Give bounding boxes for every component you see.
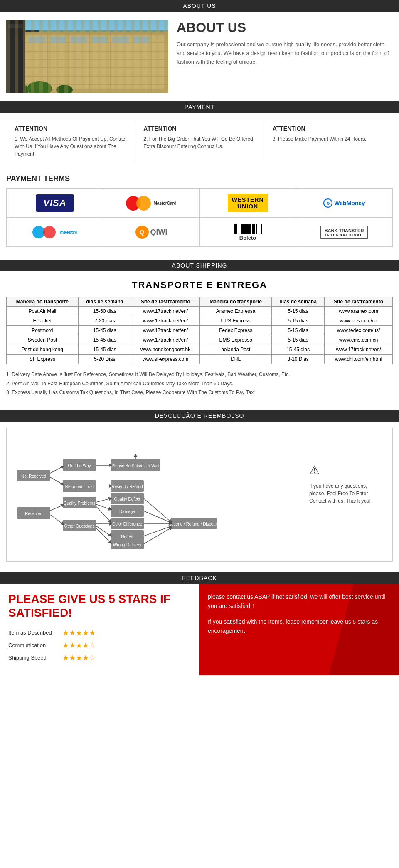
svg-rect-26 [6, 20, 168, 30]
feedback-right-text1: please contact us ASAP if not satisfied,… [208, 592, 391, 611]
svg-rect-21 [112, 37, 129, 43]
feedback-left: PLEASE GIVE US 5 STARS IF SATISFIED! Ite… [0, 584, 200, 675]
svg-line-62 [50, 505, 63, 511]
rating-label-1: Item as Described [8, 630, 58, 636]
payment-mastercard: MasterCard [103, 188, 200, 218]
rating-row-2: Communication ★★★★☆ [8, 641, 191, 650]
svg-text:Quality Defect: Quality Defect [114, 497, 140, 501]
svg-rect-19 [71, 37, 87, 43]
payment-visa: VISA [7, 188, 103, 218]
shipping-header: ABOUT SHIPPING [0, 260, 399, 271]
maestro-red-circle [43, 226, 56, 238]
payment-terms-title: PAYMENT TERMS [6, 174, 393, 183]
svg-text:Not Fit: Not Fit [121, 534, 133, 539]
rating-stars-1: ★★★★★ [62, 628, 96, 637]
about-us-image [6, 20, 168, 93]
svg-rect-28 [8, 24, 23, 28]
maestro-text: maestro [60, 230, 78, 235]
rating-row-1: Item as Described ★★★★★ [8, 628, 191, 637]
th-maneira-1: Maneira do transporte [7, 297, 79, 307]
th-maneira-2: Maneira do transporte [200, 297, 272, 307]
svg-rect-0 [6, 20, 168, 93]
attention-title-1: ATTENTION [15, 125, 126, 132]
mastercard-logo: MasterCard [126, 196, 176, 211]
svg-point-25 [56, 85, 73, 93]
flow-note: ⚠ If you have any questions, please. Fee… [309, 436, 384, 505]
svg-line-71 [144, 511, 171, 523]
svg-point-24 [27, 81, 52, 93]
mc-orange-circle [136, 196, 151, 211]
payment-maestro: maestro [7, 218, 103, 247]
svg-line-67 [96, 526, 111, 536]
flow-chart-svg: Not Received On The Way Please Be Patien… [15, 436, 219, 549]
svg-rect-18 [50, 37, 66, 43]
shipping-table: Maneira do transporte dias de semana Sit… [6, 297, 393, 364]
qiwi-text: QIWI [150, 228, 167, 237]
payment-bank-transfer: BANK TRANSFERINTERNATIONAL [296, 218, 392, 247]
svg-text:Damage: Damage [119, 509, 135, 514]
payment-grid: VISA MasterCard WESTERNUNION ⊕ WebMoney [6, 188, 393, 247]
svg-text:Not Received: Not Received [21, 474, 46, 479]
boleto-logo: Boleto [234, 224, 262, 241]
rating-stars-3: ★★★★☆ [62, 653, 96, 662]
svg-line-74 [144, 528, 171, 544]
svg-rect-20 [91, 37, 108, 43]
svg-text:Returned / Lost: Returned / Lost [65, 484, 94, 489]
svg-point-23 [8, 84, 29, 93]
svg-rect-27 [6, 20, 25, 93]
qiwi-icon: Q [135, 226, 149, 239]
svg-rect-3 [10, 35, 164, 89]
table-row: EPacket7-20 diaswww.17track.net/en/UPS E… [7, 316, 393, 326]
svg-rect-2 [6, 32, 168, 93]
attention-text-2: 2. For The Big Order That You Will Go Be… [143, 135, 255, 150]
svg-line-64 [96, 498, 111, 502]
bank-transfer-logo: BANK TRANSFERINTERNATIONAL [320, 226, 368, 239]
visa-logo: VISA [36, 194, 74, 212]
th-site-1: Site de rastreamento [131, 297, 200, 307]
svg-text:Received: Received [25, 511, 42, 516]
svg-rect-1 [6, 28, 39, 93]
attention-box-1: ATTENTION 1. We Accept All Methods Of Pa… [6, 121, 135, 162]
devolucao-diagram: Not Received On The Way Please Be Patien… [6, 428, 393, 562]
svg-text:Please Be Patient To Wait: Please Be Patient To Wait [111, 464, 159, 468]
about-us-description: Our company is professional and we pursu… [177, 40, 393, 66]
table-row: SF Express5-20 Diaswww.sf-express.comDHL… [7, 355, 393, 364]
flow-note-text: If you have any questions, please. Feel … [309, 483, 371, 504]
attention-box-3: ATTENTION 3. Please Make Payment Within … [264, 121, 393, 162]
feedback-header: FEEDBACK [0, 572, 399, 584]
western-union-logo: WESTERNUNION [228, 194, 268, 212]
webmoney-text: WebMoney [334, 200, 365, 206]
svg-line-63 [50, 515, 63, 524]
payment-western-union: WESTERNUNION [200, 188, 296, 218]
shipping-notes: 1. Delivery Date Above Is Just For Refer… [6, 370, 393, 397]
shipping-title: TRANSPORTE E ENTREGA [6, 280, 393, 290]
svg-text:Quality Problems: Quality Problems [64, 501, 95, 506]
attention-text-3: 3. Please Make Payment Within 24 Hours. [273, 135, 384, 143]
svg-line-70 [144, 498, 171, 522]
th-dias-1: dias de semana [78, 297, 131, 307]
rating-label-3: Shipping Speed [8, 655, 58, 661]
svg-line-58 [50, 477, 63, 484]
payment-boleto: Boleto [200, 218, 296, 247]
feedback-right-text2: If you satisfied with the Items, lease r… [208, 617, 391, 636]
svg-text:Resend / Refund: Resend / Refund [111, 484, 143, 489]
attention-title-3: ATTENTION [273, 125, 384, 132]
attention-box-2: ATTENTION 2. For The Big Order That You … [135, 121, 264, 162]
about-us-title: ABOUT US [177, 20, 393, 35]
th-dias-2: dias de semana [272, 297, 325, 307]
payment-attention-section: ATTENTION 1. We Accept All Methods Of Pa… [0, 113, 399, 170]
attention-text-1: 1. We Accept All Methods Of Payment Up. … [15, 135, 126, 158]
devolucao-section: Not Received On The Way Please Be Patien… [0, 422, 399, 568]
table-row: Sweden Post15-45 diaswww.17track.net/en/… [7, 335, 393, 345]
rating-label-2: Communication [8, 642, 58, 648]
qiwi-logo: Q QIWI [135, 226, 167, 239]
th-site-2: Site de rastreamento [325, 297, 393, 307]
feedback-content: PLEASE GIVE US 5 STARS IF SATISFIED! Ite… [0, 584, 399, 675]
feedback-right: please contact us ASAP if not satisfied,… [200, 584, 399, 675]
svg-text:On The Way: On The Way [68, 464, 91, 468]
payment-terms-section: PAYMENT TERMS VISA MasterCard WESTERNUNI… [0, 170, 399, 255]
svg-line-57 [50, 466, 63, 473]
shipping-section: TRANSPORTE E ENTREGA Maneira do transpor… [0, 271, 399, 406]
about-us-header: ABOUT US [0, 0, 399, 12]
webmoney-logo: ⊕ WebMoney [323, 198, 365, 208]
